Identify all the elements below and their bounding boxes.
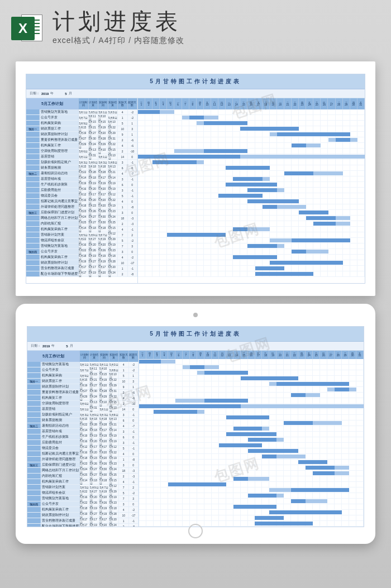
day-header: 二14 [233, 98, 240, 109]
table-cell: -2 [129, 362, 139, 367]
table-cell: 1 [118, 204, 128, 209]
task-name: 机构展架采购工作 [41, 507, 80, 512]
table-cell: 2 [128, 232, 138, 237]
table-cell: 2 [119, 390, 129, 395]
table-cell: 5 [118, 121, 128, 126]
table-cell: 4 [118, 255, 128, 260]
group-label [26, 216, 40, 221]
gantt-row [139, 465, 364, 471]
table-row: 空调使用制度管理5月6日5月13日5月10日5月15日2-10 [26, 149, 137, 154]
table-cell: 2 [119, 474, 129, 479]
day-header: 一20 [276, 351, 284, 359]
task-name: 外请律师处理问题整理 [41, 457, 80, 462]
group-label [27, 384, 41, 389]
gantt-row [139, 398, 364, 404]
table-cell: -10 [128, 149, 138, 154]
table-cell: 0 [129, 462, 139, 467]
gantt-row [139, 393, 364, 398]
table-cell: 7 [118, 243, 128, 248]
task-name: 机构展架采购工作 [41, 479, 80, 484]
table-cell: 2 [119, 524, 129, 527]
gantt-row [138, 227, 365, 232]
gantt-bar-actual [248, 494, 277, 498]
day-header: 四30 [349, 351, 356, 359]
table-cell: -7 [128, 171, 138, 176]
table-cell: 5月14日 [80, 479, 90, 484]
gantt-bar-actual [189, 116, 204, 119]
group-label [26, 243, 40, 248]
gantt-bar-actual [313, 471, 335, 475]
day-header: 五31 [356, 351, 364, 359]
gantt-row [138, 216, 365, 221]
table-cell: 5月7日 [79, 115, 89, 120]
task-name: 基层营销 [41, 407, 80, 412]
table-cell: -2 [128, 115, 138, 120]
table-cell: 0 [128, 199, 138, 204]
gantt-bar-actual [284, 421, 313, 425]
group-label [26, 266, 40, 271]
group-label: 项目一 [26, 126, 40, 131]
table-cell: 5月1日 [98, 154, 108, 159]
day-header: 五10 [204, 351, 212, 359]
gantt-bar-actual [168, 482, 226, 486]
table-cell: 3 [118, 249, 128, 254]
group-label [27, 451, 41, 456]
gantt-row [139, 471, 364, 476]
column-header: 实际天数 [119, 351, 129, 362]
table-cell: 5月19日 [89, 271, 99, 276]
task-name: 公众号开发 [41, 501, 80, 506]
table-cell: 4 [119, 423, 129, 428]
day-header: 一27 [327, 351, 335, 359]
table-cell: -17 [129, 513, 139, 518]
gantt-title: 5月甘特图工作计划进度表 [26, 74, 365, 89]
gantt-bar-actual [247, 244, 276, 248]
gantt-bar-actual [219, 443, 263, 447]
task-name: 营销新计划方案 [41, 485, 80, 490]
table-cell: 3 [118, 210, 128, 215]
day-header: 三8 [189, 98, 197, 109]
table-row: 基层营销5月1日5月31日5月1日5月10日140 [27, 407, 139, 412]
date-label: 日期： [30, 91, 40, 96]
table-cell: 7 [119, 485, 129, 490]
task-name: 营业档整理并装订成册 [40, 266, 79, 271]
gantt-row [138, 121, 365, 126]
group-label [26, 238, 40, 243]
group-label [27, 390, 41, 395]
gantt-row [138, 109, 365, 115]
table-cell: -2 [128, 255, 138, 260]
day-header: 四30 [350, 98, 357, 109]
day-header: 二14 [233, 351, 241, 359]
day-header: 六11 [211, 98, 218, 109]
table-cell: 5月1日 [80, 362, 90, 367]
gantt-row [139, 404, 364, 409]
task-name: 基层营销 [40, 154, 79, 159]
gantt-bar-actual [233, 255, 277, 259]
gantt-bar-actual [299, 211, 328, 214]
excel-icon: X [11, 11, 45, 45]
gantt-row [139, 493, 364, 499]
column-header: 计划时间 [80, 351, 90, 362]
table-cell: -6 [128, 143, 138, 148]
task-name: 物流班组长会议 [41, 490, 80, 495]
table-cell: 5月3日 [109, 362, 120, 367]
gantt-bar-actual [233, 227, 247, 231]
table-cell: 5月17日 [79, 271, 89, 276]
gantt-bar-actual [190, 365, 204, 369]
table-cell: 3 [118, 160, 128, 165]
table-row: 配合市场部做下学期进度计划5月17日5月19日5月20日5月24日2-8 [26, 271, 137, 277]
group-label [26, 121, 40, 126]
task-name: 财政票据制作计划 [41, 513, 80, 518]
gantt-bar-actual [336, 138, 350, 142]
table-cell: 0 [128, 249, 138, 254]
task-name: 内部统筹汇报 [41, 474, 80, 479]
table-cell: 5月19日 [90, 524, 100, 527]
table-cell: 5月1日 [79, 154, 89, 159]
task-name: 物流委员会 [41, 446, 80, 451]
table-cell: -8 [129, 457, 139, 462]
gantt-bar-actual [204, 149, 248, 153]
table-cell: 10 [119, 513, 129, 518]
gantt-bar-actual [218, 194, 263, 198]
gantt-row [138, 182, 365, 188]
day-header: 五24 [306, 98, 313, 109]
task-name: 重要资料整理并装订成册 [40, 137, 79, 142]
